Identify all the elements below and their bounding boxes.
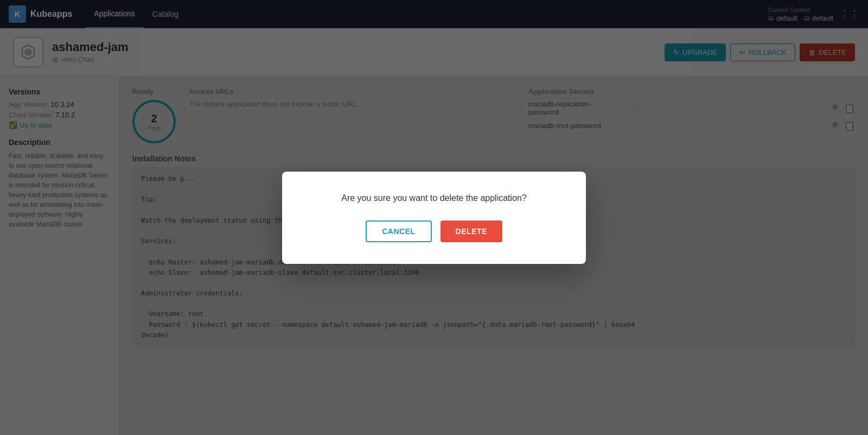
delete-confirm-button[interactable]: DELETE	[441, 220, 502, 242]
modal-actions: CANCEL DELETE	[308, 220, 560, 242]
delete-confirmation-modal: Are you sure you want to delete the appl…	[282, 172, 586, 264]
cancel-button[interactable]: CANCEL	[366, 220, 431, 242]
modal-overlay: Are you sure you want to delete the appl…	[0, 0, 868, 435]
modal-message: Are you sure you want to delete the appl…	[308, 193, 560, 203]
